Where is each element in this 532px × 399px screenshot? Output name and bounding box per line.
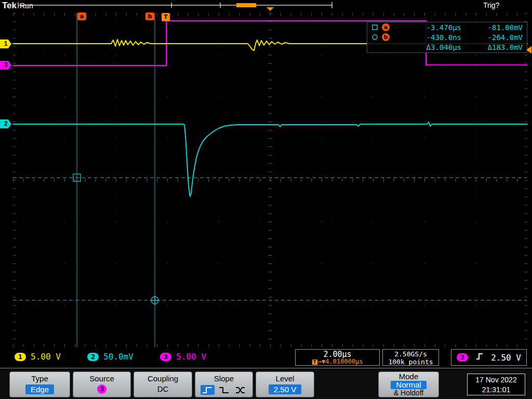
trigger-delay-readout: T→▼4.010000µs bbox=[296, 358, 379, 365]
menu-button-type[interactable]: Type Edge bbox=[9, 371, 70, 397]
trigger-delay-arrows: →▼ bbox=[318, 358, 325, 365]
trigger-delay-value: 4.010000µs bbox=[325, 358, 363, 365]
trigger-position-marker: T bbox=[162, 13, 170, 21]
source-label: Source bbox=[73, 374, 130, 383]
delta-volt: Δ183.0mV bbox=[461, 43, 523, 51]
expansion-point-icon bbox=[267, 7, 274, 11]
cursor-b-volt: -264.0mV bbox=[461, 33, 523, 42]
ch1-scale-readout: 1 5.00 V bbox=[15, 352, 61, 362]
cursor-b-time: -430.0ns bbox=[390, 33, 461, 42]
cursor-a-label: a bbox=[77, 12, 86, 20]
waveform-display bbox=[0, 0, 532, 399]
cursor-a-volt: -81.00mV bbox=[461, 23, 523, 32]
level-label: Level bbox=[256, 374, 314, 383]
cursor-b-label: b bbox=[145, 12, 154, 20]
menu-button-slope[interactable]: Slope bbox=[195, 371, 253, 397]
coupling-value: DC bbox=[134, 384, 192, 394]
slope-options bbox=[195, 385, 252, 395]
coupling-label: Coupling bbox=[134, 374, 192, 383]
ch1-scale: 5.00 V bbox=[31, 352, 61, 362]
slope-falling-icon[interactable] bbox=[217, 385, 231, 395]
record-view-window bbox=[236, 3, 256, 7]
cursor-delta-row: Δ3.040µs Δ183.0mV bbox=[367, 42, 527, 52]
record-length: 100k points bbox=[383, 358, 438, 366]
cursor-b-badge: b bbox=[382, 33, 390, 41]
menu-button-source[interactable]: Source 3 bbox=[73, 371, 131, 397]
ch2-waveform bbox=[13, 122, 527, 196]
cursor-a-row: a -3.470µs -81.00mV bbox=[367, 22, 527, 32]
mode-label: Mode bbox=[379, 373, 438, 380]
timebase-scale: 2.00µs bbox=[296, 350, 379, 358]
cursor-a-time: -3.470µs bbox=[390, 23, 461, 32]
menu-bar: Type Edge Source 3 Coupling DC Slope bbox=[0, 368, 532, 399]
graticule-grid bbox=[13, 13, 527, 347]
record-view-bar bbox=[18, 2, 332, 11]
ch3-badge: 3 bbox=[160, 353, 171, 361]
acquisition-status: Run bbox=[20, 2, 33, 10]
sample-rate: 2.50GS/s bbox=[383, 350, 438, 358]
datetime-display: 17 Nov 2022 21:31:01 bbox=[467, 374, 525, 395]
type-value: Edge bbox=[25, 384, 54, 394]
timebase-readout: 2.00µs T→▼4.010000µs bbox=[295, 349, 380, 366]
level-value: 2.50 V bbox=[269, 384, 301, 394]
ch2-scale: 50.0mV bbox=[103, 352, 134, 362]
oscilloscope-screen: Tek Run Trig? 1 3 2 a b T a -3.470µs -81… bbox=[0, 0, 532, 399]
ch2-scale-readout: 2 50.0mV bbox=[87, 352, 134, 362]
delta-time: Δ3.040µs bbox=[390, 43, 461, 51]
slope-either-icon[interactable] bbox=[234, 385, 248, 395]
cursor-b-row: b -430.0ns -264.0mV bbox=[367, 32, 527, 42]
mode-extra: & Holdoff bbox=[379, 389, 438, 397]
trigger-readout: 3 2.50 V bbox=[451, 349, 527, 366]
ch3-scale: 5.00 V bbox=[176, 352, 206, 362]
ch2-badge: 2 bbox=[87, 353, 99, 361]
ch1-badge: 1 bbox=[15, 353, 26, 361]
cursor-a-badge: a bbox=[382, 23, 390, 31]
menu-button-level[interactable]: Level 2.50 V bbox=[256, 371, 314, 397]
menu-button-mode[interactable]: Mode Normal & Holdoff bbox=[378, 371, 439, 397]
cursor-readout-box: a -3.470µs -81.00mV b -430.0ns -264.0mV … bbox=[367, 22, 527, 53]
mode-value: Normal bbox=[391, 381, 426, 389]
trigger-source-badge: 3 bbox=[457, 353, 468, 362]
date-value: 17 Nov 2022 bbox=[468, 375, 525, 385]
trigger-t-icon: T bbox=[312, 360, 317, 365]
menu-button-coupling[interactable]: Coupling DC bbox=[134, 371, 192, 397]
source-value-badge: 3 bbox=[97, 384, 107, 394]
type-label: Type bbox=[10, 374, 70, 383]
trigger-level-value: 2.50 V bbox=[491, 353, 521, 363]
trigger-status: Trig? bbox=[483, 1, 499, 9]
time-value: 21:31:01 bbox=[468, 385, 525, 395]
square-marker-icon bbox=[371, 24, 382, 31]
ch3-scale-readout: 3 5.00 V bbox=[160, 352, 206, 362]
slope-label: Slope bbox=[195, 374, 252, 383]
status-bar: 1 5.00 V 2 50.0mV 3 5.00 V 2.00µs T→▼4.0… bbox=[0, 347, 532, 368]
rising-edge-icon bbox=[475, 352, 484, 363]
slope-rising-icon[interactable] bbox=[201, 385, 215, 395]
circle-marker-icon bbox=[371, 34, 382, 41]
tek-logo: Tek bbox=[2, 1, 17, 11]
acquisition-readout: 2.50GS/s 100k points bbox=[382, 349, 439, 366]
